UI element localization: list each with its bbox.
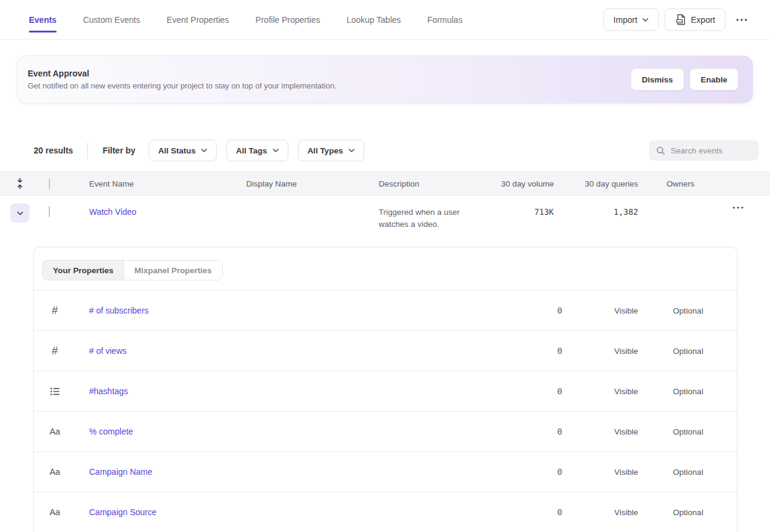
divider [87,143,88,159]
search-input[interactable] [671,146,749,155]
property-query-count: 0 [508,427,562,436]
ellipsis-icon [733,206,744,209]
number-type-icon: # [52,345,58,357]
property-requirement: Optional [658,306,718,315]
search-events-box[interactable] [649,140,759,161]
property-name-link[interactable]: Campaign Source [89,507,157,517]
column-event-name: Event Name [89,179,246,188]
tab-event-properties[interactable]: Event Properties [167,0,229,39]
property-row: Aa Campaign Source 0 Visible Optional [34,492,737,532]
collapse-rows-icon [16,178,24,190]
property-visibility: Visible [596,306,656,315]
event-approval-banner: Event Approval Get notified on all new e… [17,55,753,104]
results-count: 20 results [34,146,73,155]
property-requirement: Optional [658,468,718,477]
column-30-day-volume: 30 day volume [487,179,554,188]
export-button[interactable]: csv Export [665,8,725,31]
nav-tabs: Events Custom Events Event Properties Pr… [29,0,462,39]
property-visibility: Visible [596,508,656,517]
import-button[interactable]: Import [603,8,659,31]
property-name-link[interactable]: Campaign Name [89,467,152,477]
text-type-icon: Aa [49,427,60,436]
filter-bar: 20 results Filter by All Status All Tags… [0,140,770,161]
tab-your-properties[interactable]: Your Properties [43,261,124,280]
event-description: Triggered when a user watches a video. [379,208,460,229]
banner-title: Event Approval [28,69,337,78]
property-visibility: Visible [596,387,656,396]
dismiss-button[interactable]: Dismiss [631,69,684,90]
property-visibility: Visible [596,468,656,477]
event-properties-panel: Your Properties Mixpanel Properties # # … [33,247,737,532]
table-row: Watch Video Triggered when a user watche… [0,196,770,238]
active-tab-underline [29,31,57,32]
nav-actions: Import csv Export [603,8,752,31]
property-query-count: 0 [508,467,562,477]
property-row: Aa Campaign Name 0 Visible Optional [34,452,737,492]
properties-tab-control: Your Properties Mixpanel Properties [42,260,223,280]
column-30-day-queries: 30 day queries [554,179,638,188]
tab-events-label: Events [29,15,57,25]
tab-mixpanel-properties[interactable]: Mixpanel Properties [124,261,222,280]
property-query-count: 0 [508,386,562,396]
chevron-down-icon [201,149,207,152]
tab-profile-properties[interactable]: Profile Properties [255,0,320,39]
number-type-icon: # [52,305,58,317]
property-requirement: Optional [658,387,718,396]
property-query-count: 0 [508,507,562,517]
text-type-icon: Aa [49,507,60,517]
property-row: Aa % complete 0 Visible Optional [34,412,737,452]
property-requirement: Optional [658,347,718,356]
property-query-count: 0 [508,346,562,356]
all-types-dropdown[interactable]: All Types [298,140,364,161]
property-query-count: 0 [508,306,562,315]
lexicon-events-page: Events Custom Events Event Properties Pr… [0,0,770,532]
property-requirement: Optional [658,508,718,517]
more-options-button[interactable] [731,15,752,25]
select-all-checkbox[interactable] [49,179,50,189]
text-type-icon: Aa [49,467,60,477]
property-requirement: Optional [658,427,718,436]
tab-lookup-tables[interactable]: Lookup Tables [347,0,401,39]
property-visibility: Visible [596,347,656,356]
property-row: #hashtags 0 Visible Optional [34,371,737,412]
column-description: Description [379,179,487,188]
enable-button[interactable]: Enable [690,69,738,90]
filter-by-label: Filter by [102,146,135,155]
chevron-down-icon [642,18,648,22]
list-type-icon [50,387,60,396]
property-name-link[interactable]: % complete [89,427,133,436]
property-row: # # of subscribers 0 Visible Optional [34,291,737,331]
collapse-all-button[interactable] [14,176,25,191]
chevron-down-icon [17,211,23,215]
tab-formulas[interactable]: Formulas [427,0,462,39]
property-visibility: Visible [596,427,656,436]
tab-events[interactable]: Events [29,0,57,39]
event-30-day-volume: 713K [534,207,554,217]
tab-custom-events[interactable]: Custom Events [83,0,140,39]
chevron-down-icon [349,149,355,152]
top-nav: Events Custom Events Event Properties Pr… [0,0,770,40]
all-status-dropdown[interactable]: All Status [149,140,217,161]
property-name-link[interactable]: # of subscribers [89,306,149,315]
event-30-day-queries: 1,382 [613,207,638,217]
row-checkbox[interactable] [49,206,50,217]
all-tags-dropdown[interactable]: All Tags [226,140,288,161]
property-row: # # of views 0 Visible Optional [34,331,737,371]
property-name-link[interactable]: #hashtags [89,386,128,396]
row-more-options-button[interactable] [728,203,748,212]
search-icon [656,146,665,155]
svg-text:csv: csv [677,20,682,23]
chevron-down-icon [273,149,279,152]
ellipsis-icon [736,19,747,21]
event-name-link[interactable]: Watch Video [89,207,137,217]
csv-file-icon: csv [675,14,686,25]
column-display-name: Display Name [246,179,379,188]
collapse-row-button[interactable] [10,203,29,223]
banner-description: Get notified on all new events entering … [28,81,337,90]
column-owners: Owners [638,179,706,188]
property-name-link[interactable]: # of views [89,346,126,356]
events-table-header: Event Name Display Name Description 30 d… [0,172,770,196]
